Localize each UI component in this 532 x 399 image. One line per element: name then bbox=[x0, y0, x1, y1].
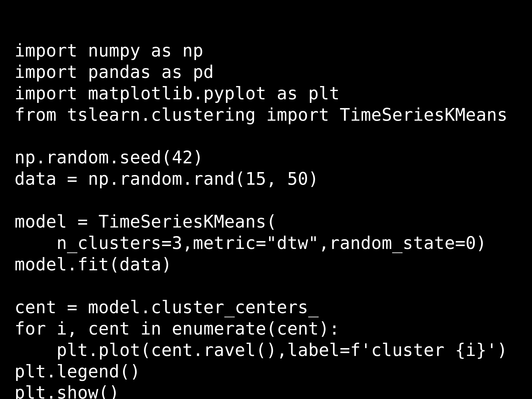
code-line: np.random.seed(42) bbox=[14, 147, 203, 167]
code-line: import matplotlib.pyplot as plt bbox=[14, 83, 340, 103]
code-line: from tslearn.clustering import TimeSerie… bbox=[14, 105, 507, 125]
code-line: import numpy as np bbox=[14, 40, 203, 61]
code-line: plt.legend() bbox=[14, 361, 140, 381]
code-line: model.fit(data) bbox=[14, 254, 172, 274]
code-line: model = TimeSeriesKMeans( bbox=[14, 212, 277, 232]
code-line: import pandas as pd bbox=[14, 62, 214, 82]
code-line: cent = model.cluster_centers_ bbox=[14, 297, 319, 317]
code-line: data = np.random.rand(15, 50) bbox=[14, 169, 319, 189]
code-line: plt.plot(cent.ravel(),label=f'cluster {i… bbox=[14, 340, 507, 360]
code-line: for i, cent in enumerate(cent): bbox=[14, 319, 340, 339]
code-block: import numpy as np import pandas as pd i… bbox=[0, 0, 532, 399]
code-line: n_clusters=3,metric="dtw",random_state=0… bbox=[14, 233, 487, 253]
code-line: plt.show() bbox=[14, 383, 120, 399]
